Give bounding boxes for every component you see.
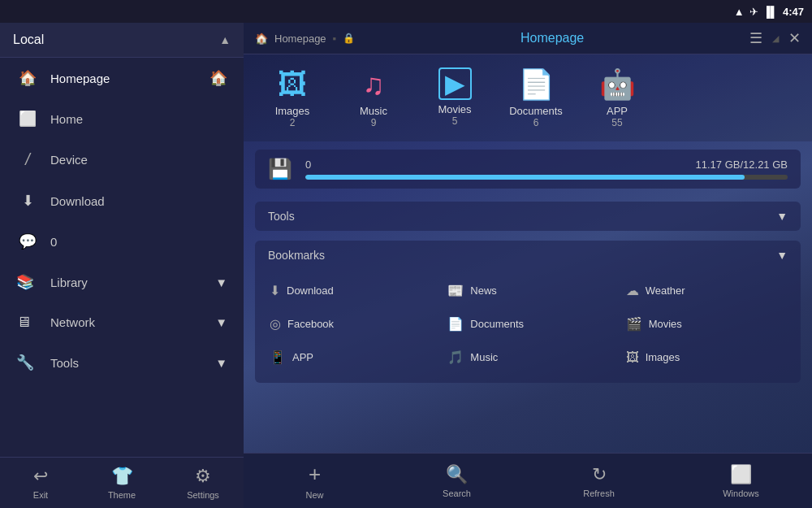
bookmark-images[interactable]: 🖼 Images: [618, 341, 794, 373]
storage-info: 0 11.17 GB/12.21 GB: [305, 158, 788, 180]
network-icon: 🖥: [16, 314, 39, 331]
sidebar-item-homepage[interactable]: 🏠 Homepage 🏠: [0, 58, 244, 98]
storage-used: 0: [305, 158, 311, 171]
bookmark-documents[interactable]: 📄 Documents: [439, 308, 615, 340]
sidebar-item-download[interactable]: ⬇ Download: [0, 180, 244, 221]
documents-bm-icon: 📄: [447, 316, 464, 332]
weather-bm-label: Weather: [646, 284, 685, 297]
images-bm-icon: 🖼: [626, 350, 639, 365]
filetype-documents[interactable]: 📄 Documents 6: [503, 67, 568, 128]
bookmark-app[interactable]: 📱 APP: [261, 341, 438, 373]
breadcrumb-separator: ▪: [333, 33, 337, 45]
home-icon: 🏠: [16, 69, 39, 87]
storage-numbers: 0 11.17 GB/12.21 GB: [305, 158, 788, 171]
bookmark-movies[interactable]: 🎬 Movies: [618, 308, 794, 340]
battery-icon: ▐▌: [763, 6, 778, 18]
bookmark-music[interactable]: 🎵 Music: [439, 341, 615, 373]
sidebar-section-network[interactable]: 🖥 Network ▼: [0, 302, 244, 342]
storage-bar: [305, 175, 788, 180]
homepage-active-icon: 🏠: [209, 69, 227, 87]
bookmark-weather[interactable]: ☁ Weather: [618, 275, 794, 306]
new-label: New: [305, 490, 323, 500]
bookmark-facebook[interactable]: ◎ Facebook: [261, 308, 438, 340]
library-label: Library: [50, 276, 88, 289]
music-count: 9: [371, 117, 377, 128]
theme-icon: 👕: [111, 466, 133, 487]
download-bm-icon: ⬇: [270, 283, 280, 298]
news-bm-label: News: [470, 284, 497, 297]
search-button[interactable]: 🔍 Search: [386, 454, 528, 508]
exit-icon: ↩: [33, 466, 48, 487]
news-bm-icon: 📰: [447, 283, 464, 298]
sidebar-item-home[interactable]: ⬜ Home: [0, 98, 244, 139]
storage-section: 💾 0 11.17 GB/12.21 GB: [255, 150, 801, 189]
bookmark-download[interactable]: ⬇ Download: [261, 275, 438, 306]
content-header: 🏠 Homepage ▪ 🔒 Homepage ☰ ◢ ✕: [244, 23, 812, 54]
filetype-music[interactable]: ♫ Music 9: [341, 67, 406, 128]
exit-button[interactable]: ↩ Exit: [0, 458, 81, 508]
bookmarks-header[interactable]: Bookmarks ▼: [255, 241, 801, 270]
storage-total: 11.17 GB/12.21 GB: [696, 158, 788, 171]
menu-icon[interactable]: ☰: [749, 29, 762, 47]
facebook-bm-label: Facebook: [287, 318, 334, 330]
music-bm-label: Music: [470, 351, 498, 363]
sidebar-item-counter[interactable]: 💬 0: [0, 221, 244, 262]
images-icon: 🖼: [278, 67, 307, 102]
music-bm-icon: 🎵: [447, 350, 464, 365]
status-icons: ▲ ✈ ▐▌ 4:47: [734, 6, 804, 18]
sidebar-header[interactable]: Local ▲: [0, 23, 244, 58]
music-icon: ♫: [363, 67, 385, 102]
breadcrumb-text: Homepage: [274, 33, 326, 45]
clock: 4:47: [783, 6, 804, 18]
sidebar-item-device[interactable]: / Device: [0, 139, 244, 180]
filetype-movies[interactable]: ▶ Movies 5: [422, 67, 487, 128]
storage-bar-fill: [305, 175, 745, 180]
tools-icon: 🔧: [16, 354, 39, 371]
sidebar-footer: ↩ Exit 👕 Theme ⚙ Settings: [0, 457, 244, 508]
breadcrumb: 🏠 Homepage ▪ 🔒: [255, 33, 355, 45]
filetype-app[interactable]: 🤖 APP 55: [585, 67, 650, 128]
bookmark-news[interactable]: 📰 News: [439, 275, 615, 306]
movies-bm-icon: 🎬: [626, 316, 642, 332]
sidebar-item-label: 0: [50, 235, 227, 249]
movies-icon: ▶: [438, 67, 472, 100]
weather-bm-icon: ☁: [626, 283, 639, 298]
sidebar-section-library[interactable]: 📚 Library ▼: [0, 262, 244, 302]
tools-expand-icon: ▼: [215, 356, 227, 370]
new-icon: +: [309, 462, 321, 487]
content-area: 🏠 Homepage ▪ 🔒 Homepage ☰ ◢ ✕ 🖼 Images 2…: [244, 23, 812, 508]
theme-label: Theme: [108, 490, 136, 500]
tools-collapse-icon: ▼: [776, 210, 788, 223]
theme-button[interactable]: 👕 Theme: [81, 458, 162, 508]
windows-label: Windows: [723, 488, 759, 498]
facebook-bm-icon: ◎: [270, 316, 281, 332]
new-button[interactable]: + New: [244, 454, 386, 508]
app-bm-label: APP: [292, 351, 313, 363]
refresh-icon: ↻: [592, 464, 607, 485]
sidebar-section-tools[interactable]: 🔧 Tools ▼: [0, 342, 244, 383]
tools-header[interactable]: Tools ▼: [255, 202, 801, 231]
images-bm-label: Images: [646, 351, 680, 363]
settings-icon: ⚙: [195, 466, 211, 487]
music-label: Music: [360, 105, 387, 117]
library-expand-icon: ▼: [215, 276, 227, 289]
documents-bm-label: Documents: [470, 318, 524, 330]
sidebar-item-label: Homepage: [50, 72, 209, 85]
refresh-button[interactable]: ↻ Refresh: [528, 454, 670, 508]
close-icon[interactable]: ✕: [788, 29, 801, 47]
sidebar-item-label: Device: [50, 153, 227, 167]
settings-button[interactable]: ⚙ Settings: [162, 458, 244, 508]
home-breadcrumb-icon: 🏠: [255, 33, 268, 45]
sidebar-item-label: Home: [50, 112, 227, 126]
documents-count: 6: [533, 117, 539, 128]
main-layout: Local ▲ 🏠 Homepage 🏠 ⬜ Home / Device ⬇ D…: [0, 23, 812, 508]
network-label: Network: [50, 315, 95, 329]
sidebar-item-label: Download: [50, 194, 227, 208]
windows-button[interactable]: ⬜ Windows: [670, 454, 812, 508]
filetype-images[interactable]: 🖼 Images 2: [260, 67, 325, 128]
device-icon: /: [16, 150, 39, 169]
exit-label: Exit: [33, 490, 48, 500]
bookmarks-collapse-icon: ▼: [776, 249, 788, 262]
tools-label: Tools: [50, 356, 79, 370]
breadcrumb-extra: 🔒: [343, 33, 355, 44]
